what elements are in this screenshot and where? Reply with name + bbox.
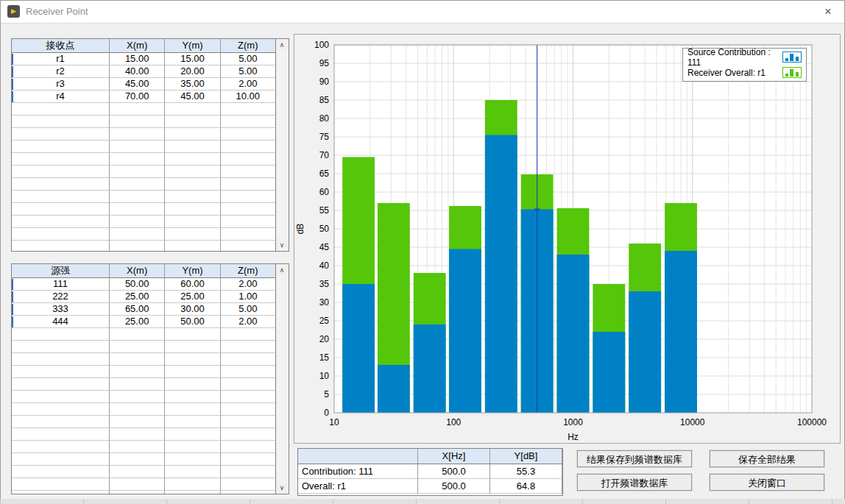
screen: ▶ Receiver Point × 接收点X(m)Y(m)Z(m)r115.0…: [0, 0, 845, 504]
table-cell: [165, 391, 220, 403]
svg-text:0: 0: [324, 408, 329, 418]
svg-text:10: 10: [329, 417, 339, 427]
table-cell: [12, 428, 110, 441]
table-cell: [165, 366, 220, 378]
table-cell: 50.00: [110, 278, 165, 291]
svg-text:5: 5: [324, 389, 329, 400]
receiver-table-scrollbar[interactable]: ∧ ∨: [275, 39, 289, 251]
open-spectrum-db-button[interactable]: 打开频谱数据库: [577, 474, 692, 491]
table-cell: 45.00: [110, 78, 165, 90]
x-axis-tick-labels: 10100100010000100000: [329, 417, 827, 427]
table-cell: [110, 453, 165, 466]
table-cell: [12, 353, 110, 366]
table-cell: [110, 491, 165, 494]
svg-text:15: 15: [319, 352, 330, 363]
svg-text:95: 95: [319, 58, 330, 68]
table-cell: [110, 228, 165, 241]
save-to-spectrum-db-button[interactable]: 结果保存到频谱数据库: [577, 450, 692, 467]
table-cell: [12, 141, 110, 153]
table-cell: [221, 203, 276, 216]
source-table-rows: 源强X(m)Y(m)Z(m)11150.0060.002.0022225.002…: [12, 264, 276, 494]
legend-item[interactable]: Source Contribution : 111: [683, 49, 806, 65]
legend-bar-icon: [782, 52, 802, 63]
cursor-readout-table[interactable]: X[Hz]Y[dB]Contribution: 111500.055.3Over…: [297, 448, 563, 496]
table-cell: [12, 328, 110, 341]
scroll-down-icon[interactable]: ∨: [276, 482, 288, 494]
table-cell: X(m): [110, 39, 165, 53]
table-cell: [12, 128, 110, 141]
table-cell: [221, 141, 276, 153]
svg-text:40: 40: [319, 260, 330, 271]
table-cell: X(m): [110, 264, 165, 278]
legend-item[interactable]: Receiver Overall: r1: [683, 65, 806, 80]
table-row[interactable]: 44425.0050.002.00: [12, 316, 276, 328]
table-cell: 5.00: [221, 303, 276, 316]
table-cell: [221, 178, 276, 191]
svg-text:1000: 1000: [563, 417, 583, 427]
scroll-down-icon[interactable]: ∨: [276, 239, 288, 251]
table-cell: [165, 428, 220, 441]
legend-label: Source Contribution : 111: [687, 47, 782, 68]
table-cell: 333: [12, 303, 110, 316]
close-icon: ×: [824, 5, 831, 18]
table-cell: [165, 116, 220, 128]
source-points-table[interactable]: 源强X(m)Y(m)Z(m)11150.0060.002.0022225.002…: [11, 263, 289, 494]
table-empty-row: [12, 216, 276, 228]
table-cell: [165, 203, 220, 216]
table-row[interactable]: Overall: r1500.064.8: [298, 479, 562, 494]
table-cell: [12, 491, 110, 494]
table-empty-row: [12, 191, 276, 203]
table-cell: [12, 341, 110, 353]
receiver-points-table[interactable]: 接收点X(m)Y(m)Z(m)r115.0015.005.00r240.0020…: [11, 38, 289, 252]
table-cell: [165, 466, 220, 478]
table-cell: [110, 341, 165, 353]
table-cell: r2: [12, 65, 110, 78]
table-empty-row: [12, 403, 276, 416]
table-cell: [221, 128, 276, 141]
table-cell: [165, 141, 220, 153]
table-cell: [110, 241, 165, 251]
receiver-point-window: ▶ Receiver Point × 接收点X(m)Y(m)Z(m)r115.0…: [0, 0, 845, 500]
svg-text:55: 55: [319, 205, 330, 216]
close-button[interactable]: ×: [812, 1, 844, 23]
table-header-row: 接收点X(m)Y(m)Z(m): [12, 39, 276, 53]
table-cell: 接收点: [12, 39, 110, 53]
table-cell: [12, 478, 110, 491]
table-cell: [110, 428, 165, 441]
table-cell: [165, 153, 220, 166]
table-row[interactable]: 22225.0025.001.00: [12, 291, 276, 303]
table-cell: [12, 416, 110, 428]
table-cell: [12, 453, 110, 466]
table-row[interactable]: 33365.0030.005.00: [12, 303, 276, 316]
table-empty-row: [12, 141, 276, 153]
table-cell: 64.8: [490, 479, 562, 494]
save-all-results-button[interactable]: 保存全部结果: [710, 450, 824, 467]
source-table-scrollbar[interactable]: ∧ ∨: [275, 264, 289, 494]
svg-text:10000: 10000: [680, 417, 705, 427]
table-cell: [110, 328, 165, 341]
spectrum-chart[interactable]: 0510152025303540455055606570758085909510…: [294, 35, 840, 443]
table-empty-row: [12, 116, 276, 128]
table-cell: [12, 241, 110, 251]
scroll-up-icon[interactable]: ∧: [276, 39, 288, 51]
table-row[interactable]: r470.0045.0010.00: [12, 90, 276, 103]
table-cell: 35.00: [165, 78, 220, 90]
table-row[interactable]: r115.0015.005.00: [12, 53, 276, 65]
svg-text:30: 30: [319, 297, 330, 308]
svg-text:100: 100: [314, 40, 329, 50]
table-row[interactable]: r345.0035.002.00: [12, 78, 276, 90]
scroll-up-icon[interactable]: ∧: [276, 264, 288, 276]
table-empty-row: [12, 416, 276, 428]
table-cell: [110, 441, 165, 453]
table-cell: [165, 403, 220, 416]
table-cell: 70.00: [110, 90, 165, 103]
table-row[interactable]: r240.0020.005.00: [12, 65, 276, 78]
table-row[interactable]: Contribution: 111500.055.3: [298, 464, 562, 479]
table-cell: [110, 353, 165, 366]
table-row[interactable]: 11150.0060.002.00: [12, 278, 276, 291]
close-window-button[interactable]: 关闭窗口: [710, 474, 824, 491]
table-cell: r3: [12, 78, 110, 90]
table-cell: 5.00: [221, 65, 276, 78]
table-cell: [165, 241, 220, 251]
table-empty-row: [12, 178, 276, 191]
